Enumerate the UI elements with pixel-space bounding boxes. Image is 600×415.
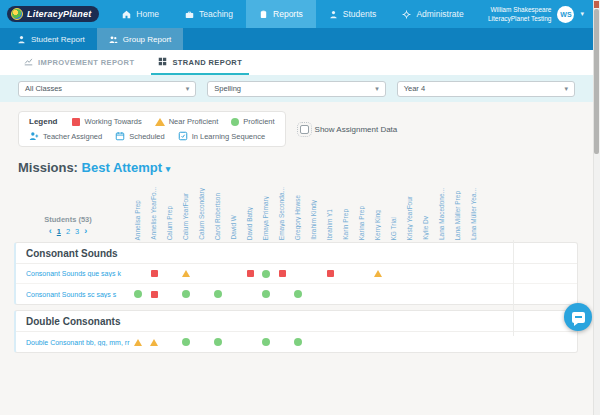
result-cell[interactable] (146, 332, 162, 352)
result-cell[interactable] (418, 264, 434, 284)
subnav-item-student-report[interactable]: Student Report (5, 28, 97, 50)
page-prev-icon[interactable]: ‹ (49, 227, 52, 236)
topnav-item-administrate[interactable]: Administrate (389, 0, 476, 28)
result-cell[interactable] (466, 332, 482, 352)
show-assignment-checkbox[interactable] (300, 125, 309, 134)
missions-mode-dropdown[interactable]: Best Attempt ▾ (82, 160, 171, 175)
result-cell[interactable] (146, 264, 162, 284)
result-cell[interactable] (162, 284, 178, 304)
result-cell[interactable] (274, 264, 290, 284)
result-cell[interactable] (354, 332, 370, 352)
result-cell[interactable] (434, 284, 450, 304)
result-cell[interactable] (162, 264, 178, 284)
result-cell[interactable] (434, 264, 450, 284)
result-cell[interactable] (242, 332, 258, 352)
result-cell[interactable] (226, 332, 242, 352)
result-cell[interactable] (274, 284, 290, 304)
student-column-ibrahim-y1[interactable]: Ibrahim Y1 (322, 209, 338, 240)
scrollbar[interactable] (593, 0, 600, 415)
topnav-item-reports[interactable]: Reports (246, 0, 316, 28)
result-cell[interactable] (194, 332, 210, 352)
result-cell[interactable] (146, 284, 162, 304)
subnav-item-group-report[interactable]: Group Report (97, 28, 183, 50)
result-cell[interactable] (370, 264, 386, 284)
row-label-consonant-sounds-que-says-k[interactable]: Consonant Sounds que says k (16, 270, 130, 277)
legend-item-teacher-assigned[interactable]: Teacher Assigned (29, 131, 102, 141)
filter-select-all-classes[interactable]: All Classes▾ (18, 81, 196, 97)
result-cell[interactable] (290, 284, 306, 304)
result-cell[interactable] (210, 264, 226, 284)
result-cell[interactable] (226, 284, 242, 304)
chevron-down-icon[interactable]: ▾ (580, 10, 584, 18)
student-column-kristy-yearfour[interactable]: Kristy YearFour (402, 196, 418, 240)
result-cell[interactable] (194, 264, 210, 284)
result-cell[interactable] (370, 332, 386, 352)
result-cell[interactable] (274, 332, 290, 352)
legend-item-scheduled[interactable]: Scheduled (115, 131, 164, 141)
student-column-kg-trial[interactable]: KG Trial (386, 217, 402, 240)
student-column-emaya-primary[interactable]: Emaya Primary (258, 196, 274, 240)
chat-fab-button[interactable] (564, 303, 592, 331)
result-cell[interactable] (434, 332, 450, 352)
result-cell[interactable] (450, 264, 466, 284)
result-cell[interactable] (450, 284, 466, 304)
result-cell[interactable] (306, 264, 322, 284)
result-cell[interactable] (258, 284, 274, 304)
scrollbar-thumb[interactable] (594, 9, 599, 154)
result-cell[interactable] (386, 284, 402, 304)
result-cell[interactable] (194, 284, 210, 304)
result-cell[interactable] (290, 332, 306, 352)
result-cell[interactable] (306, 284, 322, 304)
student-column-calum-secondary[interactable]: Calum Secondary (194, 188, 210, 240)
student-column-david-batty[interactable]: David Batty (242, 207, 258, 240)
result-cell[interactable] (226, 264, 242, 284)
result-cell[interactable] (290, 264, 306, 284)
literacyplanet-logo[interactable]: LiteracyPlanet (7, 6, 99, 22)
student-column-calum-yearfour[interactable]: Calum YearFour (178, 193, 194, 240)
show-assignment-toggle[interactable]: Show Assignment Data (300, 125, 398, 134)
page-next-icon[interactable]: › (84, 227, 87, 236)
result-cell[interactable] (338, 332, 354, 352)
student-column-lana-macedone[interactable]: Lana Macedone... (434, 188, 450, 240)
result-cell[interactable] (178, 332, 194, 352)
student-column-lana-m-ller-yea[interactable]: Lana Müller Yea... (466, 188, 482, 240)
result-cell[interactable] (386, 332, 402, 352)
student-column-gregory-howse[interactable]: Gregory Howse (290, 195, 306, 240)
result-cell[interactable] (466, 284, 482, 304)
result-cell[interactable] (258, 332, 274, 352)
student-column-carol-robertson[interactable]: Carol Robertson (210, 193, 226, 240)
result-cell[interactable] (450, 332, 466, 352)
result-cell[interactable] (178, 264, 194, 284)
result-cell[interactable] (386, 264, 402, 284)
result-cell[interactable] (354, 284, 370, 304)
student-column-david-w[interactable]: David W (226, 215, 242, 240)
result-cell[interactable] (210, 284, 226, 304)
result-cell[interactable] (466, 264, 482, 284)
topnav-item-home[interactable]: Home (109, 0, 172, 28)
result-cell[interactable] (242, 284, 258, 304)
row-label-consonant-sounds-sc-says-s[interactable]: Consonant Sounds sc says s (16, 291, 130, 298)
result-cell[interactable] (242, 264, 258, 284)
student-column-karina-prep[interactable]: Karina Prep (354, 206, 370, 240)
student-column-kylie-dv[interactable]: Kylie Dv (418, 216, 434, 240)
user-menu[interactable]: William Shakespeare LiteracyPlanet Testi… (488, 5, 600, 23)
result-cell[interactable] (322, 332, 338, 352)
result-cell[interactable] (322, 264, 338, 284)
page-number-2[interactable]: 2 (66, 227, 70, 236)
student-column-calum-prep[interactable]: Calum Prep (162, 206, 178, 240)
topnav-item-teaching[interactable]: Teaching (172, 0, 246, 28)
student-column-lana-m-ller-prep[interactable]: Lana Müller Prep (450, 191, 466, 241)
result-cell[interactable] (210, 332, 226, 352)
avatar[interactable]: WS (557, 6, 574, 23)
page-number-1[interactable]: 1 (57, 227, 61, 236)
result-cell[interactable] (338, 264, 354, 284)
student-column-karin-prep[interactable]: Karin Prep (338, 209, 354, 240)
result-cell[interactable] (306, 332, 322, 352)
result-cell[interactable] (130, 264, 146, 284)
result-cell[interactable] (130, 332, 146, 352)
result-cell[interactable] (402, 332, 418, 352)
result-cell[interactable] (338, 284, 354, 304)
student-column-kerry-king[interactable]: Kerry King (370, 210, 386, 240)
student-column-annelisa-prep[interactable]: Annelisa Prep (130, 200, 146, 240)
result-cell[interactable] (130, 284, 146, 304)
